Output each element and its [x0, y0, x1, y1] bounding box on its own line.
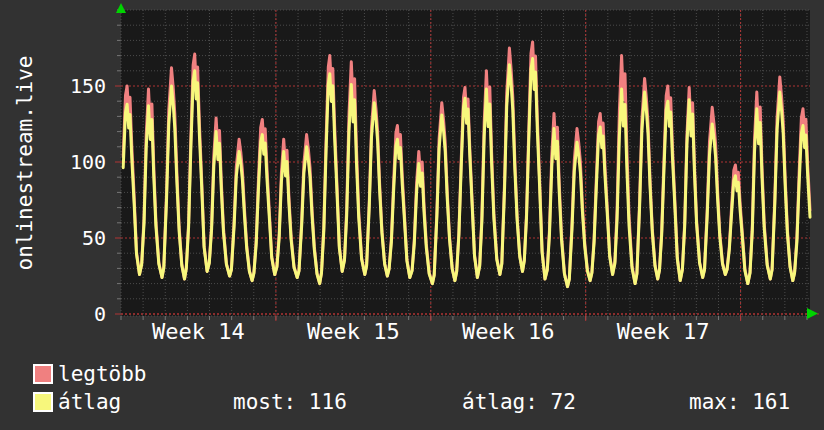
y-axis-label: 0 [36, 302, 106, 326]
x-axis-label: Week 14 [152, 320, 245, 344]
y-axis-label: 50 [36, 226, 106, 250]
legend-label-atlag: átlag [58, 391, 121, 413]
y-axis-label: 150 [36, 74, 106, 98]
legend-label-legtobb: legtöbb [58, 363, 147, 385]
stat-max: max: 161 [689, 391, 790, 413]
y-axis-label: 100 [36, 150, 106, 174]
legend-swatch-atlag [33, 392, 53, 412]
y-axis-arrow-icon [116, 3, 126, 13]
x-axis-label: Week 16 [462, 320, 555, 344]
x-axis-label: Week 17 [617, 320, 710, 344]
x-axis-arrow-icon [807, 308, 818, 319]
x-axis-label: Week 15 [307, 320, 400, 344]
stat-most: most: 116 [233, 391, 347, 413]
stat-atlag: átlag: 72 [462, 391, 576, 413]
chart-vertical-title: onlinestream.live [13, 43, 37, 283]
legend-swatch-legtobb [33, 364, 53, 384]
chart-canvas [105, 0, 824, 330]
rrd-graph: onlinestream.live 050100150 Week 14Week … [0, 0, 824, 430]
